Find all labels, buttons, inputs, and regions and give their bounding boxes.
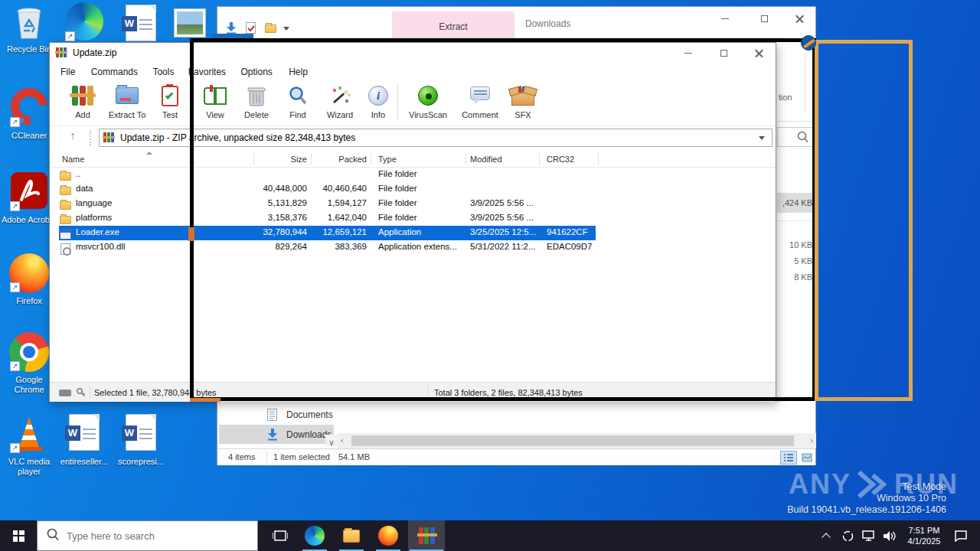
add-button[interactable]: Add (62, 80, 103, 126)
extract-folder-icon (103, 83, 151, 109)
scrollbar-thumb[interactable] (351, 435, 794, 446)
column-header-modified[interactable]: Modified (470, 155, 502, 164)
sidebar-item-documents[interactable]: Documents (219, 406, 334, 425)
horizontal-scrollbar[interactable]: ‹ › (338, 433, 816, 448)
menu-tools[interactable]: Tools (152, 64, 174, 77)
volume-button[interactable] (879, 520, 899, 551)
shortcut-arrow-icon: ↗ (10, 443, 20, 453)
file-row[interactable]: platforms 3,158,376 1,642,040 File folde… (50, 211, 776, 226)
archive-path-combobox[interactable]: Update.zip - ZIP archive, unpacked size … (99, 129, 773, 147)
view-button[interactable]: View (194, 80, 236, 126)
desktop-icon-edge[interactable]: ↗ (55, 2, 113, 42)
menu-file[interactable]: File (60, 64, 75, 77)
file-row[interactable]: language 5,131,829 1,594,127 File folder… (50, 197, 776, 211)
test-clipboard-icon (151, 83, 189, 109)
scroll-right-icon[interactable]: › (810, 435, 813, 445)
taskbar-winrar-button[interactable] (408, 520, 445, 551)
cell-packed: 40,460,640 (302, 184, 367, 193)
column-header-crc32[interactable]: CRC32 (547, 155, 574, 164)
taskbar-explorer-button[interactable] (335, 520, 368, 551)
file-row[interactable]: msvcr100.dll 829,264 383,369 Application… (50, 240, 776, 255)
file-size-cell[interactable]: 5 KB (777, 256, 812, 266)
sidebar-scroll-down-button[interactable]: ∨ (325, 435, 338, 446)
thumbnails-view-button[interactable] (799, 451, 815, 465)
close-icon (795, 15, 804, 23)
info-button[interactable]: i Info (361, 80, 395, 126)
file-row[interactable]: data 40,448,000 40,460,640 File folder (50, 182, 776, 197)
tray-circle-icon (841, 530, 854, 543)
delete-button[interactable]: Delete (236, 80, 277, 126)
tray-expand-button[interactable] (818, 520, 835, 551)
virusscan-button[interactable]: VirusScan (400, 80, 456, 126)
folder-icon[interactable] (265, 24, 276, 33)
menu-help[interactable]: Help (289, 64, 308, 77)
cell-name: language (76, 198, 112, 207)
winrar-titlebar: Update.zip (50, 43, 776, 64)
scroll-left-icon[interactable]: ‹ (341, 435, 344, 445)
winrar-window: Update.zip File Commands Tools Favorites… (49, 42, 776, 402)
drive-icon (59, 390, 71, 396)
desktop-icon-doc-entireseller[interactable]: W entireseller... (55, 414, 113, 467)
comment-button[interactable]: Comment (456, 80, 505, 126)
up-button[interactable]: ↑ (64, 129, 82, 146)
item-count: 4 items (228, 452, 255, 461)
cell-name: .. (76, 169, 80, 178)
sidebar-item-downloads[interactable]: Downloads (219, 425, 334, 444)
winrar-minimize-button[interactable] (671, 43, 706, 64)
explorer-search-box[interactable] (777, 127, 815, 147)
search-icon (47, 528, 59, 544)
explorer-close-button[interactable] (782, 7, 817, 30)
find-button[interactable]: Find (277, 80, 318, 126)
taskbar-edge-button[interactable] (298, 520, 332, 551)
explorer-maximize-button[interactable] (746, 7, 782, 30)
file-size-cell[interactable]: ,424 KB (777, 193, 815, 213)
status-selected-text: Selected 1 file, 32,780,944 bytes (94, 388, 217, 397)
taskbar-firefox-button[interactable] (371, 520, 405, 551)
ccleaner-icon: ↗ (9, 88, 49, 128)
winrar-statusbar: Selected 1 file, 32,780,944 bytes Total … (50, 382, 776, 402)
wizard-button[interactable]: Wizard (318, 80, 361, 126)
explorer-minimize-button[interactable] (707, 7, 743, 30)
column-header-name[interactable]: Name (62, 155, 84, 164)
toolbar-label: Delete (236, 110, 277, 119)
extract-to-button[interactable]: Extract To (103, 80, 151, 126)
column-header-packed[interactable]: Packed (302, 155, 367, 164)
column-header-size[interactable]: Size (234, 155, 307, 164)
search-input[interactable] (67, 530, 243, 542)
tray-chevron-icon (822, 533, 830, 541)
tray-circle-button[interactable] (838, 520, 857, 551)
column-header-type[interactable]: Type (378, 155, 397, 164)
edge-icon (305, 526, 325, 546)
action-center-button[interactable] (949, 520, 972, 551)
file-size-cell[interactable]: 10 KB (777, 240, 812, 249)
file-row[interactable]: .. File folder (50, 168, 776, 182)
cell-packed: 1,594,127 (302, 198, 367, 207)
desktop-icon-vlc[interactable]: ↗ VLC media player (0, 414, 58, 477)
shortcut-arrow-icon: ↗ (10, 282, 20, 292)
details-view-button[interactable] (780, 451, 797, 465)
network-button[interactable] (858, 520, 878, 551)
minimize-icon (721, 18, 729, 19)
winrar-toolbar: Add Extract To Test View Delete Find (50, 80, 776, 126)
dropdown-chevron-icon[interactable] (283, 27, 289, 31)
test-button[interactable]: Test (151, 80, 189, 126)
task-view-button[interactable] (263, 520, 297, 551)
menu-options[interactable]: Options (240, 64, 272, 77)
menu-commands[interactable]: Commands (91, 64, 138, 77)
desktop-icon-doc-scorepresi[interactable]: W scorepresi... (112, 414, 170, 467)
tab-extract[interactable]: Extract (392, 11, 514, 43)
winrar-maximize-button[interactable] (706, 43, 741, 64)
menu-favorites[interactable]: Favorites (188, 64, 226, 77)
taskbar-clock[interactable]: 7:51 PM 4/1/2025 (900, 520, 948, 551)
file-size-cell[interactable]: 8 KB (777, 272, 812, 282)
cell-type: File folder (378, 169, 417, 178)
file-list: .. File folder data 40,448,000 40,460,64… (50, 168, 776, 255)
cell-crc: EDAC09D7 (547, 242, 592, 251)
winrar-close-button[interactable] (741, 43, 776, 64)
chevron-down-icon[interactable] (759, 136, 765, 140)
taskbar-search[interactable] (37, 520, 258, 551)
action-center-icon (954, 530, 968, 542)
file-row-selected[interactable]: Loader.exe 32,780,944 12,659,121 Applica… (50, 226, 776, 240)
start-button[interactable] (0, 520, 37, 551)
sfx-button[interactable]: SFX (505, 80, 541, 126)
